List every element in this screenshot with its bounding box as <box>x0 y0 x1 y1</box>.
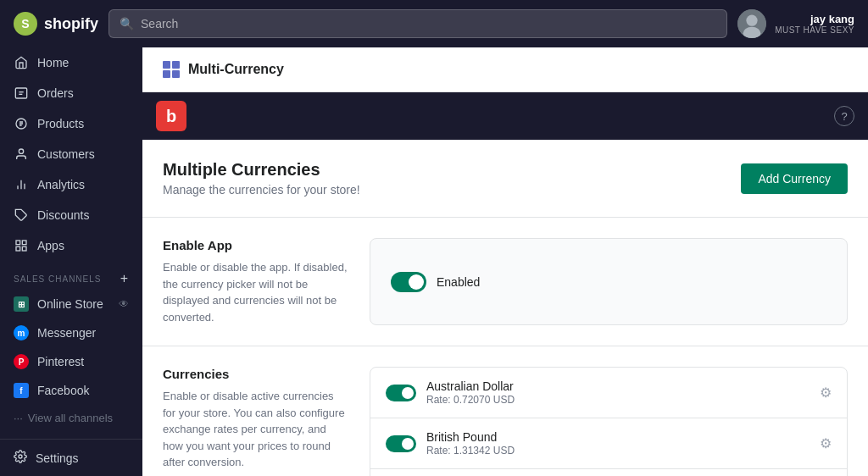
currency-name: Australian Dollar <box>426 379 810 393</box>
sales-channels-label: SALES CHANNELS + <box>0 261 142 290</box>
sidebar-item-label: Analytics <box>37 178 85 191</box>
sidebar-item-facebook[interactable]: f Facebook <box>0 376 142 405</box>
avatar <box>737 9 766 38</box>
currencies-left: Currencies Enable or disable active curr… <box>163 367 349 476</box>
sidebar: Home Orders Products Customers Analytics <box>0 47 142 476</box>
products-icon <box>14 116 29 131</box>
sidebar-item-settings[interactable]: Settings <box>0 440 142 476</box>
svg-rect-15 <box>22 246 26 251</box>
toggle-label: Enabled <box>437 275 480 289</box>
add-channel-button[interactable]: + <box>120 271 129 286</box>
sidebar-item-label: Discounts <box>37 208 89 222</box>
home-icon <box>14 55 29 70</box>
shopify-logo-icon: S <box>14 12 37 36</box>
messenger-icon: m <box>14 325 29 340</box>
currencies-section: Currencies Enable or disable active curr… <box>142 346 868 476</box>
currencies-list: Australian Dollar Rate: 0.72070 USD ⚙ Br… <box>370 367 848 476</box>
svg-rect-13 <box>22 241 26 245</box>
enable-app-toggle[interactable] <box>391 272 426 292</box>
search-input[interactable] <box>141 17 716 30</box>
section-title: Multiple Currencies <box>163 160 360 180</box>
apps-icon <box>14 238 29 253</box>
sidebar-item-pinterest[interactable]: P Pinterest <box>0 347 142 376</box>
currency-toggle-gbp[interactable] <box>386 435 416 452</box>
svg-rect-12 <box>16 241 20 245</box>
page-header-icon <box>163 61 180 78</box>
facebook-icon: f <box>14 383 29 398</box>
svg-point-1 <box>747 15 758 26</box>
currency-item-aud: Australian Dollar Rate: 0.72070 USD ⚙ <box>370 368 847 418</box>
channel-label: Facebook <box>37 384 89 397</box>
pinterest-icon: P <box>14 354 29 369</box>
svg-rect-14 <box>16 246 20 251</box>
currency-rate: Rate: 1.31342 USD <box>426 445 810 457</box>
eye-icon[interactable]: 👁 <box>119 298 129 310</box>
channel-label: Messenger <box>37 326 96 340</box>
channel-label: Online Store <box>37 297 103 311</box>
sidebar-item-label: Home <box>37 56 69 69</box>
svg-point-7 <box>19 149 23 153</box>
discounts-icon <box>14 208 29 223</box>
currency-item-cad: Canadian Dollar Rate: 0.76978 USD ⚙ <box>370 469 847 476</box>
sidebar-item-products[interactable]: Products <box>0 108 142 139</box>
content-area: Multiple Currencies Manage the currencie… <box>142 140 868 476</box>
sidebar-item-label: Products <box>37 117 84 130</box>
sidebar-item-online-store[interactable]: ⊞ Online Store 👁 <box>0 290 142 318</box>
currency-gear-aud[interactable]: ⚙ <box>820 385 832 401</box>
user-name: jay kang <box>775 13 854 25</box>
orders-icon <box>14 86 29 101</box>
sidebar-item-customers[interactable]: Customers <box>0 139 142 169</box>
section-info: Multiple Currencies Manage the currencie… <box>163 160 360 196</box>
top-nav: S shopify 🔍 jay kang MUST HAVE SEXY <box>0 0 868 47</box>
currency-name: British Pound <box>426 430 810 444</box>
sidebar-item-label: Orders <box>37 86 74 100</box>
user-info: jay kang MUST HAVE SEXY <box>775 13 854 35</box>
page-title: Multi-Currency <box>188 62 284 77</box>
currency-info-aud: Australian Dollar Rate: 0.72070 USD <box>426 379 810 406</box>
section-subtitle: Manage the currencies for your store! <box>163 183 360 196</box>
sidebar-item-orders[interactable]: Orders <box>0 78 142 108</box>
section-header: Multiple Currencies Manage the currencie… <box>142 140 868 218</box>
app-banner: b ? <box>142 92 868 140</box>
shopify-logo: S shopify <box>14 12 98 36</box>
currencies-title: Currencies <box>163 367 349 381</box>
main-content: Multi-Currency b ? Multiple Currencies M… <box>142 47 868 476</box>
app-logo: b <box>156 101 186 131</box>
sidebar-item-label: Apps <box>37 239 64 252</box>
enable-app-right: Enabled <box>370 238 848 325</box>
enable-app-title: Enable App <box>163 238 349 252</box>
channel-label: Pinterest <box>37 355 84 368</box>
online-store-icon: ⊞ <box>14 296 29 312</box>
svg-point-16 <box>19 455 22 458</box>
currencies-description: Enable or disable active currencies for … <box>163 388 349 471</box>
analytics-icon <box>14 177 29 192</box>
currency-item-gbp: British Pound Rate: 1.31342 USD ⚙ <box>370 418 847 469</box>
currency-toggle-aud[interactable] <box>386 385 416 401</box>
currency-gear-gbp[interactable]: ⚙ <box>820 435 832 451</box>
sidebar-item-label: Customers <box>37 147 95 161</box>
ellipsis-icon: ··· <box>14 412 23 424</box>
enable-app-description: Enable or disable the app. If disabled, … <box>163 259 349 325</box>
sidebar-item-discounts[interactable]: Discounts <box>0 200 142 230</box>
sidebar-item-analytics[interactable]: Analytics <box>0 169 142 200</box>
svg-rect-3 <box>15 88 26 98</box>
enable-app-left: Enable App Enable or disable the app. If… <box>163 238 349 325</box>
sidebar-item-messenger[interactable]: m Messenger <box>0 318 142 347</box>
sidebar-item-home[interactable]: Home <box>0 47 142 78</box>
customers-icon <box>14 147 29 162</box>
settings-icon <box>14 450 27 466</box>
search-bar[interactable]: 🔍 <box>108 9 727 38</box>
user-area: jay kang MUST HAVE SEXY <box>737 9 854 38</box>
logo-text: shopify <box>44 15 98 33</box>
page-header: Multi-Currency <box>142 47 868 92</box>
currency-rate: Rate: 0.72070 USD <box>426 394 810 406</box>
currency-info-gbp: British Pound Rate: 1.31342 USD <box>426 430 810 457</box>
app-body: Home Orders Products Customers Analytics <box>0 47 868 476</box>
enable-app-section: Enable App Enable or disable the app. If… <box>142 218 868 346</box>
banner-help-button[interactable]: ? <box>834 106 854 126</box>
user-subtitle: MUST HAVE SEXY <box>775 25 854 35</box>
sidebar-footer: Settings <box>0 439 142 476</box>
sidebar-item-apps[interactable]: Apps <box>0 230 142 261</box>
view-all-channels[interactable]: ··· View all channels <box>0 405 142 431</box>
add-currency-button[interactable]: Add Currency <box>741 163 848 194</box>
